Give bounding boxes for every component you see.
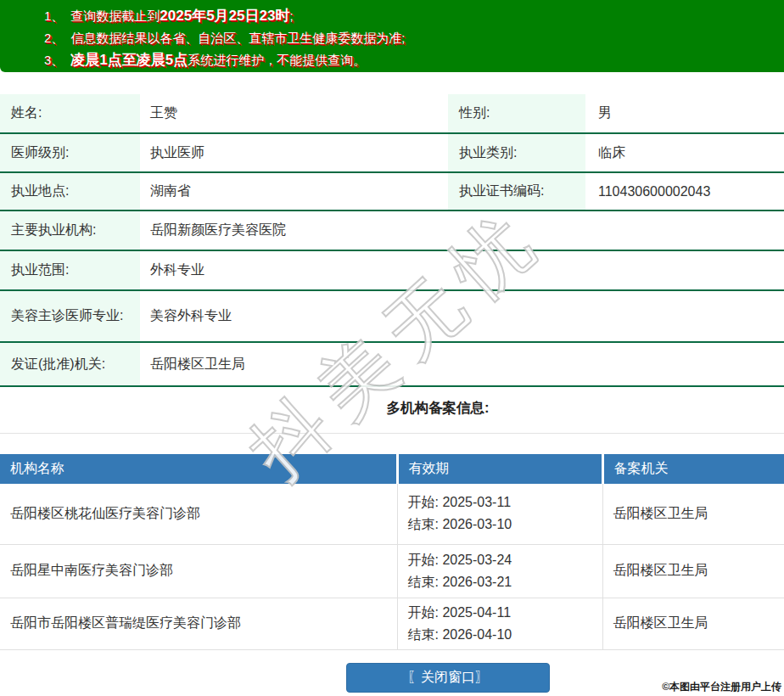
notice-number: 1、 <box>44 8 64 23</box>
field-value-cosmetic-specialty: 美容外科专业 <box>140 290 784 342</box>
field-value-practice-scope: 外科专业 <box>140 250 784 290</box>
table-row: 医师级别: 执业医师 执业类别: 临床 <box>0 133 784 172</box>
column-header-validity: 有效期 <box>397 454 602 484</box>
section-divider <box>0 433 784 434</box>
field-label-cosmetic-specialty: 美容主诊医师专业: <box>0 290 140 342</box>
record-authority: 岳阳楼区卫生局 <box>602 544 784 598</box>
validity-start: 开始: 2025-03-24 <box>408 549 602 571</box>
validity-start: 开始: 2025-03-11 <box>408 491 602 514</box>
notice-banner: 1、查询数据截止到2025年5月25日23时; 2、信息数据结果以各省、自治区、… <box>0 0 784 72</box>
table-header-row: 机构名称 有效期 备案机关 <box>0 454 784 484</box>
validity-end: 结束: 2026-03-21 <box>408 571 602 593</box>
validity-period: 开始: 2025-04-11 结束: 2026-04-10 <box>397 598 602 649</box>
field-label-gender: 性别: <box>448 94 585 133</box>
validity-start: 开始: 2025-04-11 <box>408 602 602 624</box>
field-label-practice-scope: 执业范围: <box>0 250 140 290</box>
field-value-name: 王赞 <box>140 94 448 133</box>
record-authority: 岳阳楼区卫生局 <box>602 598 784 649</box>
notice-line-1: 1、查询数据截止到2025年5月25日23时; <box>0 5 784 27</box>
table-row: 主要执业机构: 岳阳新颜医疗美容医院 <box>0 210 784 250</box>
validity-end: 结束: 2026-03-10 <box>408 514 602 536</box>
institution-name: 岳阳星中南医疗美容门诊部 <box>0 544 397 598</box>
doctor-profile-table: 姓名: 王赞 性别: 男 医师级别: 执业医师 执业类别: 临床 执业地点: 湖… <box>0 94 784 387</box>
column-header-institution-name: 机构名称 <box>0 454 397 484</box>
table-row: 美容主诊医师专业: 美容外科专业 <box>0 290 784 342</box>
table-row: 姓名: 王赞 性别: 男 <box>0 94 784 133</box>
field-label-doctor-level: 医师级别: <box>0 133 140 172</box>
table-row: 执业地点: 湖南省 执业证书编码: 110430600002043 <box>0 172 784 210</box>
validity-end: 结束: 2026-04-10 <box>408 624 602 646</box>
validity-period: 开始: 2025-03-24 结束: 2026-03-21 <box>397 544 602 598</box>
column-header-record-authority: 备案机关 <box>602 454 784 484</box>
section-title-multi-institution: 多机构备案信息: <box>0 399 784 418</box>
field-value-doctor-level: 执业医师 <box>140 133 448 172</box>
table-row: 岳阳楼区桃花仙医疗美容门诊部 开始: 2025-03-11 结束: 2026-0… <box>0 484 784 544</box>
notice-text-bold: 凌晨1点至凌晨5点 <box>70 52 188 68</box>
field-label-issuing-authority: 发证(批准)机关: <box>0 342 140 386</box>
table-row: 岳阳星中南医疗美容门诊部 开始: 2025-03-24 结束: 2026-03-… <box>0 544 784 598</box>
field-value-main-institution: 岳阳新颜医疗美容医院 <box>140 210 784 250</box>
uploader-credit: ©本图由平台注册用户上传 <box>662 680 781 694</box>
validity-period: 开始: 2025-03-11 结束: 2026-03-10 <box>397 484 602 544</box>
field-label-name: 姓名: <box>0 94 140 133</box>
field-value-issuing-authority: 岳阳楼区卫生局 <box>140 342 784 386</box>
table-row: 岳阳市岳阳楼区普瑞缇医疗美容门诊部 开始: 2025-04-11 结束: 202… <box>0 598 784 649</box>
field-value-practice-category: 临床 <box>585 133 784 172</box>
institution-record-table: 机构名称 有效期 备案机关 岳阳楼区桃花仙医疗美容门诊部 开始: 2025-03… <box>0 454 784 650</box>
field-value-practice-location: 湖南省 <box>140 172 448 210</box>
field-value-license-number: 110430600002043 <box>585 172 784 210</box>
close-window-button[interactable]: 〖关闭窗口〗 <box>346 663 550 693</box>
field-label-practice-category: 执业类别: <box>448 133 585 172</box>
query-result-page: 1、查询数据截止到2025年5月25日23时; 2、信息数据结果以各省、自治区、… <box>0 0 784 696</box>
notice-text-bold: 2025年5月25日23时 <box>160 8 289 24</box>
notice-text: 信息数据结果以各省、自治区、直辖市卫生健康委数据为准; <box>70 31 405 45</box>
field-label-practice-location: 执业地点: <box>0 172 140 210</box>
institution-name: 岳阳市岳阳楼区普瑞缇医疗美容门诊部 <box>0 598 397 649</box>
notice-number: 3、 <box>44 53 64 67</box>
record-authority: 岳阳楼区卫生局 <box>602 484 784 544</box>
notice-line-3: 3、凌晨1点至凌晨5点系统进行维护，不能提供查询。 <box>0 49 784 71</box>
field-label-license-number: 执业证书编码: <box>448 172 585 210</box>
table-row: 发证(批准)机关: 岳阳楼区卫生局 <box>0 342 784 386</box>
field-value-gender: 男 <box>585 94 784 133</box>
notice-text: 系统进行维护，不能提供查询。 <box>188 53 366 67</box>
field-label-main-institution: 主要执业机构: <box>0 210 140 250</box>
notice-text: ; <box>289 8 293 23</box>
notice-line-2: 2、信息数据结果以各省、自治区、直辖市卫生健康委数据为准; <box>0 27 784 49</box>
table-row: 执业范围: 外科专业 <box>0 250 784 290</box>
notice-number: 2、 <box>44 31 64 45</box>
notice-text: 查询数据截止到 <box>70 8 160 23</box>
institution-name: 岳阳楼区桃花仙医疗美容门诊部 <box>0 484 397 544</box>
